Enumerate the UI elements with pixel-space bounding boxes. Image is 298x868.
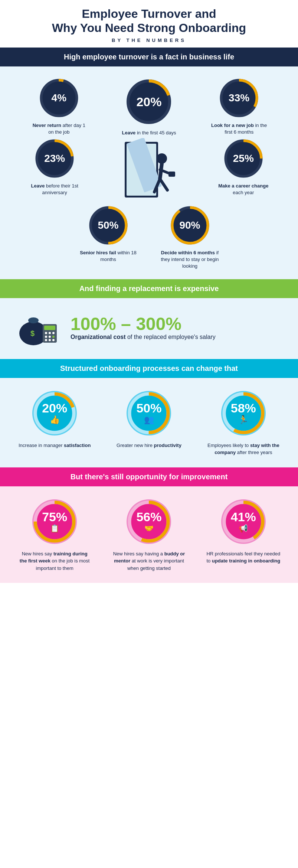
imp-stat-56pct: 56% 🤝 New hires say having a buddy or me… [112, 497, 186, 572]
stat-20pct: 20% Leave in the first 45 days [117, 78, 180, 136]
turnover-row1: 4% Never return after day 1 on the job 2… [7, 78, 291, 136]
cost-big-pct: 100% – 300% [71, 315, 216, 333]
imp-75pct-label: New hires say training during the first … [17, 550, 92, 572]
imp-stat-41pct: 41% 📢 HR professionals feel they needed … [206, 497, 281, 565]
stat-4pct-value: 4% [52, 92, 66, 104]
stat-90pct: 90% Decide within 6 months if they inten… [160, 205, 220, 270]
svg-point-44 [52, 339, 55, 341]
imp-41pct-label: HR professionals feel they needed to upd… [206, 550, 281, 565]
stat-23pct: 23% Leave before their 1st anniversary [25, 138, 84, 196]
ob-stat-58pct: 58% 🏃 Employees likely to stay with the … [206, 389, 281, 456]
svg-rect-35 [44, 326, 55, 330]
stat-25pct-circle: 25% [223, 138, 264, 179]
ob-58pct-circle: 58% 🏃 [219, 389, 268, 437]
stat-33pct-label: Look for a new job in the first 6 months [209, 122, 269, 136]
imp-56pct-label: New hires say having a buddy or mentor a… [112, 550, 186, 572]
section2-banner: And finding a replacement is expensive [0, 279, 298, 298]
page-header: Employee Turnover and Why You Need Stron… [0, 0, 298, 48]
stat-50pct: 50% Senior hires fail within 18 months [79, 205, 138, 263]
imp-41pct-circle: 41% 📢 [219, 497, 268, 546]
ob-50pct-label: Greater new hire productivity [117, 442, 181, 449]
stat-33pct: 33% Look for a new job in the first 6 mo… [209, 78, 269, 136]
turnover-row3: 50% Senior hires fail within 18 months 9… [7, 205, 291, 270]
ob-58pct-label: Employees likely to stay with the compan… [206, 442, 281, 456]
stat-23pct-value: 23% [44, 153, 65, 164]
stat-50pct-circle: 50% [88, 205, 129, 246]
imp-stat-75pct: 75% 📋 New hires say training during the … [17, 497, 92, 572]
stat-4pct: 4% Never return after day 1 on the job [29, 78, 89, 136]
svg-point-40 [49, 336, 51, 338]
stat-23pct-label: Leave before their 1st anniversary [25, 183, 84, 196]
ob-50pct-circle: 50% 👥 [125, 389, 173, 437]
turnover-row2: 23% Leave before their 1st anniversary [7, 138, 291, 201]
stat-90pct-label: Decide within 6 months if they intend to… [160, 249, 220, 270]
stat-25pct: 25% Make a career change each year [214, 138, 273, 196]
stat-90pct-circle: 90% [170, 205, 210, 246]
stat-50pct-label: Senior hires fail within 18 months [79, 249, 138, 263]
imp-41pct-value: 41% 📢 [231, 510, 256, 533]
stat-4pct-circle: 4% [39, 78, 79, 118]
improve-grid: 75% 📋 New hires say training during the … [7, 497, 291, 572]
stat-20pct-value: 20% [136, 94, 161, 109]
svg-point-38 [52, 332, 55, 334]
svg-point-37 [49, 332, 51, 334]
svg-text:$: $ [30, 329, 35, 337]
svg-point-36 [45, 332, 47, 334]
stat-25pct-value: 25% [233, 153, 254, 164]
imp-56pct-value: 56% 🤝 [136, 510, 161, 533]
ob-stat-20pct: 20% 👍 Increase in manager satisfaction [17, 389, 92, 449]
money-bag-svg: $ [15, 309, 59, 346]
stat-20pct-circle: 20% [125, 78, 173, 126]
exit-figure-svg [121, 138, 177, 201]
stat-90pct-value: 90% [179, 219, 200, 231]
ob-20pct-value: 20% 👍 [42, 402, 67, 425]
section1-body: 4% Never return after day 1 on the job 2… [0, 66, 298, 279]
exit-figure [112, 138, 186, 201]
ob-stat-50pct: 50% 👥 Greater new hire productivity [112, 389, 186, 449]
section3-body: 20% 👍 Increase in manager satisfaction [0, 378, 298, 467]
ob-20pct-label: Increase in manager satisfaction [19, 442, 91, 449]
section4-body: 75% 📋 New hires say training during the … [0, 486, 298, 583]
section1-banner: High employee turnover is a fact in busi… [0, 48, 298, 66]
stat-20pct-label: Leave in the first 45 days [122, 130, 176, 136]
ob-20pct-circle: 20% 👍 [30, 389, 79, 437]
svg-point-42 [45, 339, 47, 341]
svg-point-39 [45, 336, 47, 338]
section3-banner: Structured onboarding processes can chan… [0, 359, 298, 378]
svg-point-43 [49, 339, 51, 341]
section4-banner: But there's still opportunity for improv… [0, 467, 298, 486]
stat-50pct-value: 50% [98, 219, 118, 231]
money-icon: $ [15, 309, 59, 348]
svg-point-41 [52, 336, 55, 338]
svg-point-32 [28, 317, 39, 323]
stat-25pct-label: Make a career change each year [214, 183, 273, 196]
stat-23pct-circle: 23% [34, 138, 75, 179]
stat-33pct-value: 33% [229, 92, 249, 104]
svg-rect-18 [168, 172, 175, 177]
cost-text: 100% – 300% Organizational cost of the r… [71, 315, 216, 341]
imp-56pct-circle: 56% 🤝 [125, 497, 173, 546]
page-title: Employee Turnover and Why You Need Stron… [22, 7, 276, 35]
subtitle: BY THE NUMBERS [22, 37, 276, 43]
imp-75pct-value: 75% 📋 [42, 510, 67, 533]
stat-33pct-circle: 33% [219, 78, 259, 118]
section2-body: $ 100% – 300% Organizational cost of the… [0, 298, 298, 359]
imp-75pct-circle: 75% 📋 [30, 497, 79, 546]
ob-50pct-value: 50% 👥 [136, 402, 161, 425]
cost-desc: Organizational cost of the replaced empl… [71, 333, 216, 341]
stat-4pct-label: Never return after day 1 on the job [29, 122, 89, 136]
onboarding-grid: 20% 👍 Increase in manager satisfaction [7, 389, 291, 456]
ob-58pct-value: 58% 🏃 [231, 402, 256, 425]
